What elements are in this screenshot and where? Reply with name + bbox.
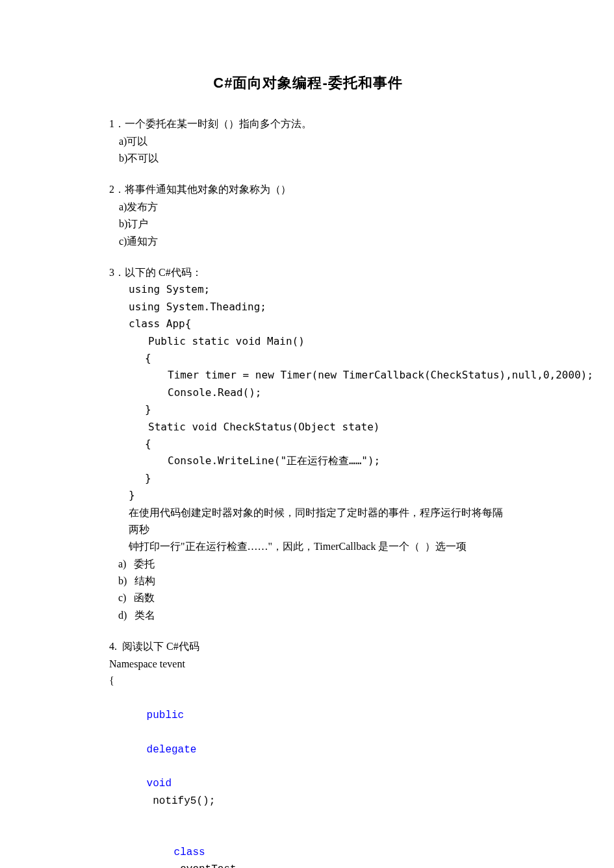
code-text: eventTest	[174, 863, 237, 868]
q3-code-line: }	[109, 401, 507, 418]
keyword-void: void	[147, 778, 172, 789]
q3-code-line: }	[109, 487, 507, 504]
question-1: 1．一个委托在某一时刻（）指向多个方法。 a)可以 b)不可以	[109, 116, 507, 167]
q4-code-line: class eventTest	[109, 827, 507, 868]
q4-code-line: {	[109, 673, 507, 689]
q3-code-line: Public static void Main()	[109, 333, 507, 350]
q4-code-line: Namespace tevent	[109, 656, 507, 673]
q3-code-line: using System.Theading;	[109, 299, 507, 316]
q2-stem: 2．将事件通知其他对象的对象称为（）	[109, 181, 507, 198]
q3-option-c: c) 函数	[109, 589, 507, 606]
q3-code-line: {	[109, 350, 507, 367]
page-title: C#面向对象编程-委托和事件	[109, 71, 507, 95]
keyword-delegate: delegate	[147, 744, 197, 756]
q1-option-b: b)不可以	[109, 150, 507, 167]
q3-code-line: Static void CheckStatus(Object state)	[109, 419, 507, 436]
q3-code-line: class App{	[109, 316, 507, 332]
keyword-public: public	[147, 710, 185, 721]
q3-code-line: using System;	[109, 281, 507, 298]
q3-code-line: }	[109, 470, 507, 487]
question-3: 3．以下的 C#代码： using System; using System.T…	[109, 264, 507, 624]
q3-desc-line: 钟打印一行"正在运行检查……"，因此，TimerCallback 是一个（ ）选…	[109, 538, 507, 555]
q3-code-line: Timer timer = new Timer(new TimerCallbac…	[109, 367, 507, 384]
q2-option-c: c)通知方	[109, 233, 507, 250]
keyword-class: class	[174, 847, 205, 858]
q1-option-a: a)可以	[109, 133, 507, 150]
q3-stem: 3．以下的 C#代码：	[109, 264, 507, 281]
q1-stem: 1．一个委托在某一时刻（）指向多个方法。	[109, 116, 507, 132]
q3-desc-line: 在使用代码创建定时器对象的时候，同时指定了定时器的事件，程序运行时将每隔两秒	[109, 504, 507, 539]
q3-option-a: a) 委托	[109, 556, 507, 573]
question-2: 2．将事件通知其他对象的对象称为（） a)发布方 b)订户 c)通知方	[109, 181, 507, 250]
q3-option-b: b) 结构	[109, 573, 507, 589]
q2-option-a: a)发布方	[109, 199, 507, 216]
space	[147, 726, 153, 738]
q3-code-line: Console.WriteLine("正在运行检查……");	[109, 453, 507, 469]
question-4: 4. 阅读以下 C#代码 Namespace tevent { public d…	[109, 638, 507, 868]
space	[147, 761, 153, 773]
q3-code-line: Console.Read();	[109, 384, 507, 401]
q4-stem: 4. 阅读以下 C#代码	[109, 638, 507, 655]
q3-code-line: {	[109, 436, 507, 453]
document-page: C#面向对象编程-委托和事件 1．一个委托在某一时刻（）指向多个方法。 a)可以…	[0, 0, 614, 868]
q4-code-line: public delegate void notify5();	[109, 689, 507, 826]
q3-option-d: d) 类名	[109, 607, 507, 624]
q2-option-b: b)订户	[109, 216, 507, 232]
code-text: notify5();	[147, 795, 216, 807]
